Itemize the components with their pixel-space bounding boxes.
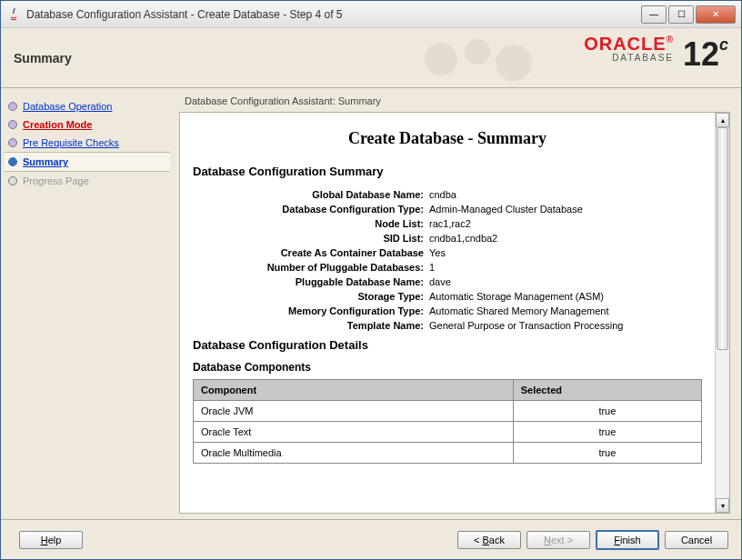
summary-row: Pluggable Database Name:dave — [193, 275, 702, 289]
summary-row: Memory Configuration Type:Automatic Shar… — [193, 304, 702, 318]
summary-value: Admin-Managed Cluster Database — [429, 204, 702, 215]
oracle-brand: ORACLE® DATABASE 12c — [584, 34, 728, 63]
scroll-up-icon[interactable]: ▴ — [716, 113, 729, 127]
subsection-components: Database Components — [193, 361, 702, 374]
body-area: Database Operation Creation Mode Pre Req… — [1, 88, 741, 519]
summary-row: Number of Pluggable Databases:1 — [193, 260, 702, 275]
summary-label: Node List: — [193, 218, 429, 229]
summary-row: Create As Container DatabaseYes — [193, 245, 702, 260]
window-controls: — ☐ ✕ — [639, 5, 736, 24]
sidebar-item-prereq-checks[interactable]: Pre Requisite Checks — [5, 134, 170, 152]
sidebar-item-progress-page: Progress Page — [5, 172, 170, 190]
maximize-button[interactable]: ☐ — [668, 5, 694, 24]
summary-label: Memory Configuration Type: — [193, 305, 429, 316]
summary-value: Automatic Shared Memory Management — [429, 305, 702, 316]
java-icon — [6, 7, 21, 22]
window-title: Database Configuration Assistant - Creat… — [26, 8, 639, 21]
cell-selected: true — [513, 422, 701, 443]
brand-version: 12c — [683, 35, 728, 74]
table-row: Oracle Multimediatrue — [194, 443, 702, 464]
svg-point-2 — [496, 45, 532, 81]
summary-label: Global Database Name: — [193, 189, 429, 200]
summary-label: Pluggable Database Name: — [193, 276, 429, 287]
sidebar-item-database-operation[interactable]: Database Operation — [5, 97, 170, 115]
cell-component: Oracle Text — [194, 422, 514, 443]
summary-value: dave — [429, 276, 702, 287]
summary-value: General Purpose or Transaction Processin… — [429, 320, 702, 331]
header-banner: Summary ORACLE® DATABASE 12c — [1, 28, 741, 88]
step-link[interactable]: Creation Mode — [23, 119, 92, 130]
summary-row: Template Name:General Purpose or Transac… — [193, 318, 702, 333]
close-button[interactable]: ✕ — [696, 5, 736, 24]
summary-kv-table: Global Database Name:cndbaDatabase Confi… — [193, 187, 702, 333]
step-dot-icon — [8, 176, 17, 185]
components-table: Component Selected Oracle JVMtrueOracle … — [193, 379, 702, 464]
cancel-button[interactable]: Cancel — [665, 531, 728, 549]
summary-label: Template Name: — [193, 320, 429, 331]
help-button[interactable]: Help — [19, 531, 83, 549]
finish-button[interactable]: Finish — [596, 530, 659, 550]
vertical-scrollbar[interactable]: ▴ ▾ — [715, 113, 729, 513]
back-button[interactable]: < Back — [457, 531, 521, 549]
step-link[interactable]: Summary — [23, 156, 68, 167]
content-box: Create Database - Summary Database Confi… — [179, 112, 730, 514]
section-config-summary: Database Configuration Summary — [193, 165, 702, 178]
summary-row: Node List:rac1,rac2 — [193, 216, 702, 231]
summary-value: Yes — [429, 247, 702, 258]
scroll-thumb[interactable] — [717, 127, 728, 350]
sidebar-item-creation-mode[interactable]: Creation Mode — [5, 115, 170, 134]
section-config-details: Database Configuration Details — [193, 338, 702, 352]
cell-component: Oracle Multimedia — [194, 443, 514, 464]
summary-label: Number of Pluggable Databases: — [193, 262, 429, 273]
step-dot-icon — [8, 157, 17, 166]
sidebar-item-summary[interactable]: Summary — [5, 152, 170, 172]
step-dot-icon — [8, 120, 17, 129]
scroll-track[interactable] — [716, 127, 729, 498]
titlebar[interactable]: Database Configuration Assistant - Creat… — [1, 1, 741, 28]
summary-value: cndba — [429, 189, 702, 200]
cell-selected: true — [513, 401, 701, 422]
page-title: Create Database - Summary — [193, 129, 702, 148]
step-dot-icon — [8, 138, 17, 147]
svg-point-1 — [465, 39, 490, 65]
minimize-button[interactable]: — — [641, 5, 667, 24]
table-row: Oracle Texttrue — [194, 422, 702, 443]
summary-row: Storage Type:Automatic Storage Managemen… — [193, 289, 702, 304]
summary-row: Database Configuration Type:Admin-Manage… — [193, 202, 702, 216]
summary-row: Global Database Name:cndba — [193, 187, 702, 202]
summary-label: Create As Container Database — [193, 247, 429, 258]
table-header-row: Component Selected — [194, 380, 702, 401]
svg-point-0 — [425, 43, 457, 75]
cell-selected: true — [513, 443, 701, 464]
gears-decoration — [414, 32, 559, 86]
footer-bar: Help < Back Next > Finish Cancel — [1, 519, 741, 559]
window-frame: Database Configuration Assistant - Creat… — [0, 0, 742, 560]
step-dot-icon — [8, 102, 17, 111]
summary-value: rac1,rac2 — [429, 218, 702, 229]
brand-main: ORACLE® — [584, 34, 674, 55]
summary-value: Automatic Storage Management (ASM) — [429, 291, 702, 302]
col-selected: Selected — [513, 380, 701, 401]
summary-label: Database Configuration Type: — [193, 204, 429, 215]
breadcrumb: Database Configuration Assistant: Summar… — [179, 94, 730, 112]
col-component: Component — [194, 380, 514, 401]
summary-value: 1 — [429, 262, 702, 273]
table-row: Oracle JVMtrue — [194, 401, 702, 422]
summary-label: SID List: — [193, 233, 429, 244]
summary-row: SID List:cndba1,cndba2 — [193, 231, 702, 245]
next-button: Next > — [526, 531, 590, 549]
step-link[interactable]: Database Operation — [23, 101, 112, 112]
cell-component: Oracle JVM — [194, 401, 514, 422]
wizard-sidebar: Database Operation Creation Mode Pre Req… — [1, 88, 174, 519]
summary-label: Storage Type: — [193, 291, 429, 302]
summary-value: cndba1,cndba2 — [429, 233, 702, 244]
scroll-down-icon[interactable]: ▾ — [716, 498, 729, 513]
page-heading: Summary — [14, 51, 72, 65]
content-scroll-area[interactable]: Create Database - Summary Database Confi… — [180, 113, 715, 513]
step-link[interactable]: Pre Requisite Checks — [23, 137, 119, 148]
step-label: Progress Page — [23, 175, 89, 186]
main-panel: Database Configuration Assistant: Summar… — [174, 88, 741, 519]
